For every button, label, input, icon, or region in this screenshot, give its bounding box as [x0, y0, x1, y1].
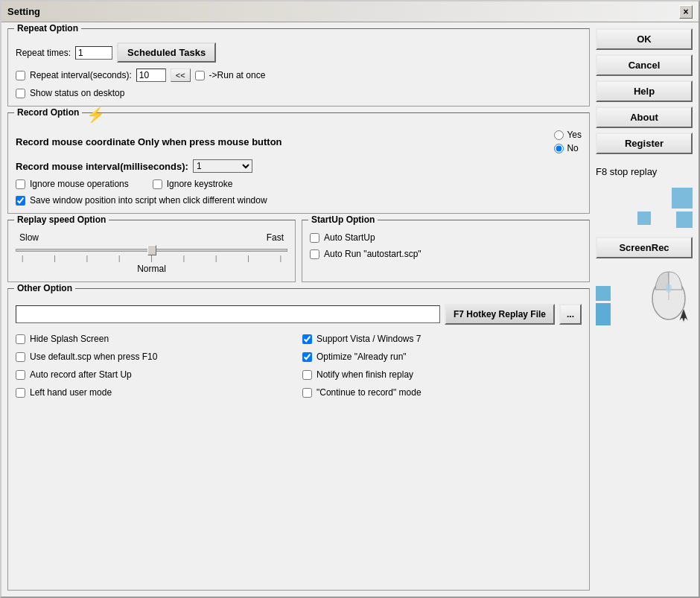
auto-record-checkbox[interactable]	[16, 370, 25, 380]
repeat-option-group: Repeat Option Repeat times: Scheduled Ta…	[7, 28, 590, 106]
repeat-interval-label: Repeat interval(seconds):	[30, 70, 132, 80]
close-button[interactable]: ×	[679, 5, 693, 19]
scheduled-tasks-button[interactable]: Scheduled Tasks	[117, 42, 216, 63]
optimize-label: Optimize "Already run"	[316, 352, 407, 362]
slow-label: Slow	[19, 232, 39, 243]
use-default-checkbox[interactable]	[16, 352, 25, 362]
startup-option-group: StartUp Option Auto StartUp Auto Run "au…	[302, 220, 590, 282]
help-button[interactable]: Help	[596, 80, 693, 102]
fast-label: Fast	[267, 232, 284, 243]
ignore-keystroke-checkbox[interactable]	[153, 179, 162, 189]
no-label: No	[567, 143, 578, 153]
hotkey-replay-button[interactable]: F7 Hotkey Replay File	[445, 304, 555, 325]
hide-splash-checkbox[interactable]	[16, 334, 25, 344]
auto-run-checkbox[interactable]	[310, 249, 319, 259]
title-bar: Setting ×	[1, 1, 699, 22]
show-status-label: Show status on desktop	[30, 88, 124, 98]
auto-record-label: Auto record after Start Up	[30, 369, 132, 380]
no-radio[interactable]	[554, 144, 564, 153]
other-option-group: Other Option F7 Hotkey Replay File ... H…	[7, 288, 590, 591]
hide-splash-label: Hide Splash Screen	[30, 334, 109, 344]
yes-label: Yes	[567, 130, 582, 140]
show-status-checkbox[interactable]	[16, 89, 25, 98]
hotkey-file-input[interactable]	[16, 305, 440, 323]
about-button[interactable]: About	[596, 106, 693, 128]
save-window-checkbox[interactable]	[16, 196, 25, 206]
repeat-option-label: Repeat Option	[14, 23, 81, 34]
mouse-coord-label: Record mouse coordinate Only when press …	[16, 136, 282, 147]
settings-window: Setting × Repeat Option Repeat times: Sc…	[0, 0, 700, 598]
cancel-button[interactable]: Cancel	[596, 54, 693, 76]
right-panel: OK Cancel Help About Register F8 stop re…	[596, 28, 693, 591]
ignore-keystroke-label: Ignore keystroke	[167, 179, 233, 189]
notify-finish-label: Notify when finish replay	[316, 369, 413, 380]
left-panel: Repeat Option Repeat times: Scheduled Ta…	[7, 28, 590, 591]
optimize-checkbox[interactable]	[302, 352, 312, 362]
mouse-interval-label: Record mouse interval(milliseconds):	[16, 161, 188, 172]
auto-startup-label: Auto StartUp	[324, 232, 375, 243]
repeat-interval-checkbox[interactable]	[16, 71, 25, 80]
notify-finish-checkbox[interactable]	[302, 370, 312, 380]
ok-button[interactable]: OK	[596, 28, 693, 50]
ignore-mouse-label: Ignore mouse operations	[30, 179, 129, 189]
mouse-icon	[646, 267, 691, 325]
normal-label: Normal	[16, 264, 287, 274]
repeat-times-label: Repeat times:	[16, 48, 71, 58]
decoration-squares	[596, 188, 693, 228]
save-window-label: Save window position into script when cl…	[30, 195, 267, 206]
continue-record-label: "Continue to record" mode	[316, 387, 421, 398]
replay-option-group: Replay speed Option Slow Fast ||||||||| …	[7, 220, 296, 282]
mouse-interval-select[interactable]: 1 5 10 50	[193, 159, 252, 173]
support-vista-label: Support Vista / Windows 7	[316, 334, 421, 344]
speed-slider[interactable]	[16, 249, 287, 252]
use-default-label: Use default.scp when press F10	[30, 352, 157, 362]
record-option-label: Record Option	[14, 107, 82, 118]
repeat-interval-input[interactable]	[136, 69, 166, 82]
startup-option-label: StartUp Option	[308, 214, 378, 225]
run-at-once-checkbox[interactable]	[195, 71, 205, 80]
left-hand-checkbox[interactable]	[16, 388, 25, 398]
continue-record-checkbox[interactable]	[302, 388, 312, 398]
blue-sq-2	[596, 303, 611, 325]
other-option-label: Other Option	[14, 283, 75, 293]
record-icon: ⚡	[86, 106, 105, 124]
browse-button[interactable]: ...	[559, 304, 582, 325]
blue-sq-1	[596, 286, 611, 301]
svg-point-2	[666, 284, 672, 293]
window-title: Setting	[7, 6, 40, 17]
replay-option-label: Replay speed Option	[14, 214, 109, 225]
run-at-once-label: ->Run at once	[209, 70, 266, 80]
f8-stop-text: F8 stop replay	[596, 166, 693, 177]
ignore-mouse-checkbox[interactable]	[16, 179, 25, 189]
record-option-group: Record Option ⚡ Record mouse coordinate …	[7, 112, 590, 214]
repeat-times-input[interactable]	[75, 46, 112, 60]
auto-startup-checkbox[interactable]	[310, 233, 319, 243]
register-button[interactable]: Register	[596, 133, 693, 154]
auto-run-label: Auto Run "autostart.scp"	[324, 249, 421, 259]
left-hand-label: Left hand user mode	[30, 387, 112, 398]
screencap-button[interactable]: ScreenRec	[596, 237, 693, 258]
arrow-button[interactable]: <<	[171, 69, 191, 82]
yes-radio[interactable]	[554, 130, 564, 140]
support-vista-checkbox[interactable]	[302, 334, 312, 344]
